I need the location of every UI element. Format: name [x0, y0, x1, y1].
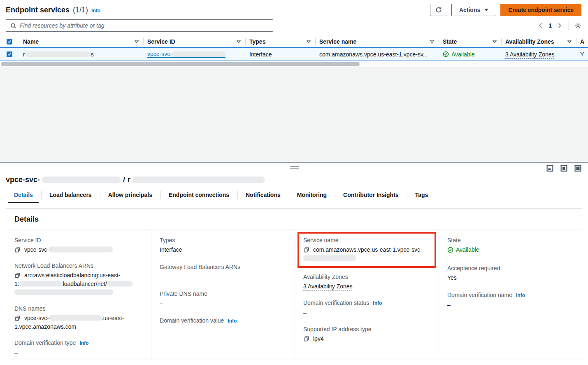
column-header-service-id[interactable]: Service ID	[147, 38, 175, 45]
filter-icon[interactable]	[489, 39, 497, 44]
divider	[568, 21, 569, 30]
refresh-icon	[435, 7, 442, 13]
tab-allow-principals[interactable]: Allow principals	[100, 188, 160, 203]
copy-icon[interactable]	[14, 272, 21, 278]
field-acceptance-required: Acceptance required Yes	[447, 264, 574, 282]
cell-name: r s	[19, 48, 143, 61]
filter-icon[interactable]	[233, 39, 241, 44]
split-panel-bar	[0, 163, 588, 173]
search-input[interactable]	[20, 22, 269, 29]
dns-fragment: vpce-svc-	[24, 315, 49, 321]
tab-details[interactable]: Details	[6, 188, 41, 203]
details-card-title: Details	[6, 209, 582, 229]
availability-zones-popover-link[interactable]: 3 Availability Zones	[505, 51, 555, 58]
field-service-id: Service ID vpce-svc-	[14, 236, 143, 254]
empty-area	[0, 67, 588, 162]
header-info-link[interactable]: Info	[91, 8, 100, 14]
copy-icon[interactable]	[303, 336, 309, 342]
info-link[interactable]: Info	[373, 299, 382, 308]
select-all-checkbox[interactable]	[7, 39, 12, 44]
next-page-button[interactable]	[557, 23, 562, 28]
field-domain-verification-type: Domain verification type Info –	[14, 339, 143, 357]
column-header-types[interactable]: Types	[249, 38, 265, 45]
column-header-name[interactable]: Name	[23, 38, 39, 45]
copy-icon[interactable]	[14, 315, 21, 321]
refresh-button[interactable]	[430, 4, 447, 16]
copy-icon[interactable]	[14, 247, 21, 253]
settings-gear-icon[interactable]	[574, 22, 581, 29]
status-available-icon	[447, 247, 453, 253]
column-header-availability-zones[interactable]: Availability Zones	[505, 38, 554, 45]
field-service-name: Service name com.amazonaws.vpce.us-east-…	[303, 236, 430, 263]
actions-button[interactable]: Actions	[451, 4, 496, 16]
panel-title-separator: /	[123, 175, 125, 184]
redaction	[172, 51, 225, 57]
field-dns-names: DNS names vpce-svc-.us-east- 1.vpce.amaz…	[14, 304, 143, 331]
cell-acceptance-truncated: Y	[576, 48, 588, 61]
search-box[interactable]	[6, 19, 273, 32]
column-header-acceptance-truncated: A	[580, 38, 584, 45]
panel-size-medium-icon[interactable]	[560, 165, 567, 172]
cell-service-name: com.amazonaws.vpce.us-east-1.vpce-sv...	[315, 48, 439, 61]
field-domain-verification-name: Domain verification name Info –	[447, 291, 574, 309]
filter-icon[interactable]	[131, 39, 139, 44]
row-checkbox[interactable]	[7, 51, 12, 57]
field-value: Interface	[160, 246, 286, 254]
tab-contributor-insights[interactable]: Contributor Insights	[335, 188, 407, 203]
panel-size-large-icon[interactable]	[574, 165, 581, 172]
service-id-link[interactable]: vpce-svc-	[147, 51, 225, 58]
redaction	[49, 247, 113, 252]
filter-icon[interactable]	[426, 39, 435, 44]
field-label: Service name	[303, 236, 339, 245]
tab-notifications[interactable]: Notifications	[237, 188, 289, 203]
info-link[interactable]: Info	[228, 317, 237, 325]
panel-size-small-icon[interactable]	[546, 165, 553, 172]
resource-count: (1/1)	[73, 6, 88, 14]
search-icon	[10, 23, 16, 29]
cell-availability-zones: 3 Availability Zones	[501, 48, 576, 61]
field-label: Types	[160, 236, 175, 245]
tab-monitoring[interactable]: Monitoring	[289, 188, 335, 203]
filter-icon[interactable]	[303, 39, 311, 44]
field-label: DNS names	[14, 304, 45, 313]
column-header-state[interactable]: State	[443, 38, 457, 45]
tab-tags[interactable]: Tags	[407, 188, 437, 203]
info-link[interactable]: Info	[79, 339, 88, 348]
pagination: 1	[538, 21, 581, 30]
red-highlight-box: Service name com.amazonaws.vpce.us-east-…	[297, 232, 436, 268]
tab-endpoint-connections[interactable]: Endpoint connections	[160, 188, 237, 203]
field-value: –	[160, 326, 286, 335]
filter-icon[interactable]	[564, 39, 572, 44]
name-fragment: s	[91, 51, 94, 58]
service-name-value: com.amazonaws.vpce.us-east-1.vpce-sv...	[319, 51, 428, 58]
copy-icon[interactable]	[303, 247, 309, 253]
field-label: Acceptance required	[447, 264, 500, 273]
horizontal-scrollbar-thumb[interactable]	[1, 62, 360, 66]
column-header-service-name[interactable]: Service name	[319, 38, 356, 45]
arn-fragment: arn:aws:elasticloadbalancing:us-east-	[24, 272, 120, 278]
field-supported-ip-type: Supported IP address type ipv4	[303, 325, 430, 343]
field-label: Domain verification status	[303, 299, 369, 307]
table-header-row: Name Service ID Types Service name State…	[0, 36, 588, 47]
create-endpoint-service-button[interactable]: Create endpoint service	[500, 4, 581, 16]
details-column-1: Service ID vpce-svc- Network Load Balanc…	[6, 229, 151, 360]
page-number[interactable]: 1	[545, 22, 555, 29]
panel-drag-handle[interactable]	[290, 166, 299, 169]
cell-types: Interface	[245, 48, 315, 61]
table-row[interactable]: r s vpce-svc- Interface com.amazonaws.vp…	[0, 47, 588, 61]
availability-zones-popover-link[interactable]: 3 Availability Zones	[303, 283, 353, 290]
details-column-4: State Available Acceptance required	[439, 229, 582, 360]
endpoint-services-page: Endpoint services (1/1) Info Actions	[0, 0, 588, 365]
field-label: Service ID	[14, 236, 41, 245]
tab-load-balancers[interactable]: Load balancers	[41, 188, 100, 203]
horizontal-scrollbar	[0, 61, 588, 67]
field-label: Gateway Load Balancers ARNs	[160, 263, 240, 271]
previous-page-button[interactable]	[538, 23, 544, 28]
redaction	[107, 281, 132, 286]
field-value: –	[160, 272, 286, 281]
info-link[interactable]: Info	[516, 291, 525, 300]
field-value: ipv4	[313, 335, 324, 342]
field-nlb-arns: Network Load Balancers ARNs arn:aws:elas…	[14, 262, 143, 297]
field-label: Availability Zones	[303, 273, 348, 281]
field-label: Domain verification type	[14, 339, 76, 347]
